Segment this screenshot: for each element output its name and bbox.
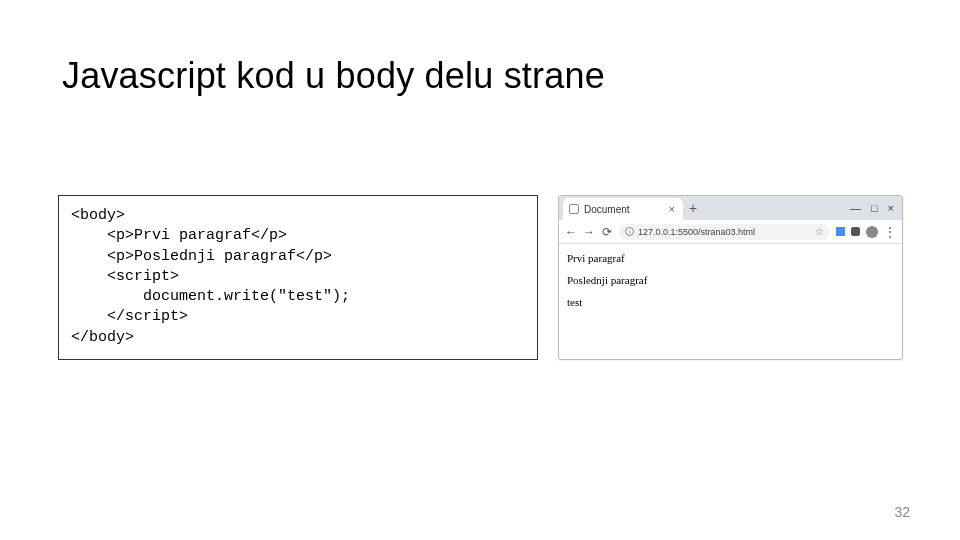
url-text: 127.0.0.1:5500/strana03.html — [638, 227, 755, 237]
minimize-button[interactable]: — — [850, 202, 861, 214]
new-tab-button[interactable]: + — [689, 200, 697, 216]
browser-window: Document × + — □ × ← → ⟳ i 127.0.0.1:550… — [558, 195, 903, 360]
browser-viewport: Prvi paragraf Poslednji paragraf test — [559, 244, 902, 359]
page-number: 32 — [894, 504, 910, 520]
code-line-3: <p>Poslednji paragraf</p> — [71, 248, 332, 265]
site-info-icon[interactable]: i — [625, 227, 634, 236]
close-window-button[interactable]: × — [888, 202, 894, 214]
close-icon[interactable]: × — [669, 203, 675, 215]
code-line-1: <body> — [71, 207, 125, 224]
code-line-6: </script> — [71, 308, 188, 325]
page-paragraph: test — [567, 296, 894, 308]
window-controls: — □ × — [850, 202, 898, 214]
code-block: <body> <p>Prvi paragraf</p> <p>Poslednji… — [58, 195, 538, 360]
toolbar-right: ⋮ — [836, 225, 896, 239]
browser-titlebar: Document × + — □ × — [559, 196, 902, 220]
browser-tab[interactable]: Document × — [563, 198, 683, 220]
browser-toolbar: ← → ⟳ i 127.0.0.1:5500/strana03.html ☆ ⋮ — [559, 220, 902, 244]
reload-button[interactable]: ⟳ — [601, 225, 613, 239]
back-button[interactable]: ← — [565, 225, 577, 239]
extension-icon[interactable] — [836, 227, 845, 236]
code-line-5: document.write("test"); — [71, 288, 350, 305]
tab-title: Document — [584, 204, 630, 215]
code-line-4: <script> — [71, 268, 179, 285]
code-line-7: </body> — [71, 329, 134, 346]
menu-icon[interactable]: ⋮ — [884, 225, 896, 239]
code-line-2: <p>Prvi paragraf</p> — [71, 227, 287, 244]
favicon-icon — [569, 204, 579, 214]
profile-avatar-icon[interactable] — [866, 226, 878, 238]
extension-icon[interactable] — [851, 227, 860, 236]
forward-button[interactable]: → — [583, 225, 595, 239]
bookmark-icon[interactable]: ☆ — [815, 226, 824, 237]
slide-title: Javascript kod u body delu strane — [62, 55, 605, 97]
page-paragraph: Prvi paragraf — [567, 252, 894, 264]
address-bar[interactable]: i 127.0.0.1:5500/strana03.html ☆ — [619, 224, 830, 240]
page-paragraph: Poslednji paragraf — [567, 274, 894, 286]
maximize-button[interactable]: □ — [871, 202, 878, 214]
